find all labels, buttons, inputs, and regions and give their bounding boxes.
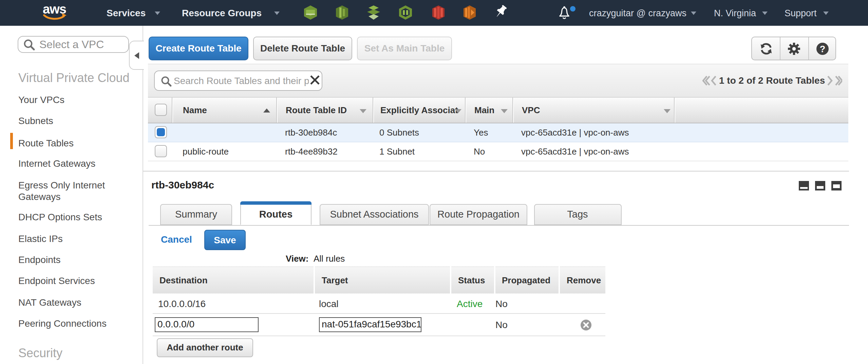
svg-text:1 to 2 of 2 Route Tables: 1 to 2 of 2 Route Tables — [719, 75, 825, 86]
svg-text:?: ? — [820, 44, 826, 54]
